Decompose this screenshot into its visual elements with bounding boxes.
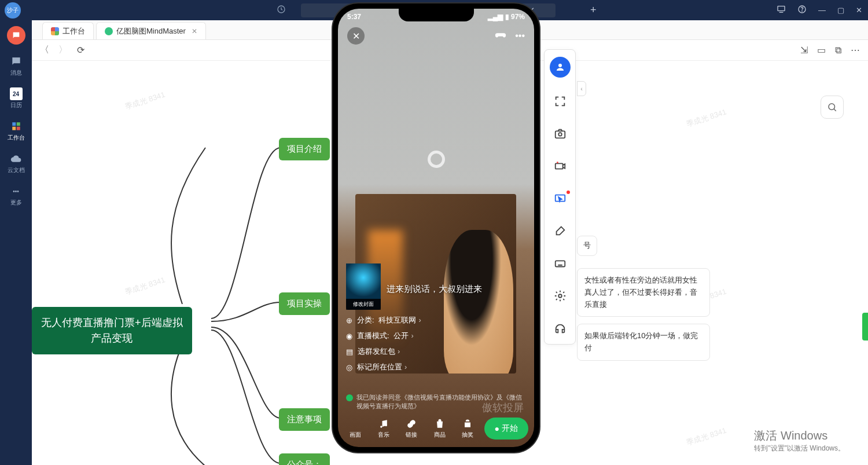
svg-rect-16: [555, 261, 565, 266]
win-close[interactable]: ✕: [856, 6, 862, 14]
sidebar-item-docs[interactable]: 云文档: [8, 152, 25, 174]
windows-activation-notice: 激活 Windows 转到"设置"以激活 Windows。: [754, 428, 845, 453]
setting-mode[interactable]: ◉直播模式:公开: [346, 328, 526, 344]
sidebar-item-workspace[interactable]: 工作台: [8, 120, 25, 142]
pointer-icon[interactable]: [554, 192, 567, 207]
mindmap-node[interactable]: 项目实操: [279, 292, 330, 315]
mindmap-connectors: [32, 61, 379, 465]
game-icon[interactable]: [494, 28, 507, 43]
svg-rect-2: [778, 6, 785, 10]
app-logo: 沙子: [5, 2, 21, 19]
sidebar-label: 工作台: [8, 134, 25, 142]
watermark: 季成光 8341: [685, 425, 728, 448]
calendar-icon: 24: [10, 87, 23, 100]
svg-point-4: [802, 10, 803, 11]
setting-category[interactable]: ⊕分类:科技互联网: [346, 313, 526, 328]
svg-rect-6: [16, 122, 20, 126]
start-live-button[interactable]: ● 开始: [484, 418, 528, 440]
winact-title: 激活 Windows: [754, 428, 845, 444]
live-settings-list: ⊕分类:科技互联网 ◉直播模式:公开 ▤选群发红包 ◎标记所在位置: [346, 313, 526, 375]
phone-bottom-bar: 画面 音乐 链接 商品 抽奖 ● 开始: [338, 415, 534, 442]
more-icon: •••: [10, 185, 23, 197]
fullscreen-icon[interactable]: [554, 95, 567, 110]
phone-mockup: 5:37 ▂▄▆ ▮ 97% ✕ ••• 修改封面 进来别说话，大叔别进来 ⊕分…: [333, 3, 539, 452]
svg-rect-7: [12, 127, 16, 130]
svg-point-19: [385, 424, 387, 426]
mindmap-root-node[interactable]: 无人付费直播撸门票+后端虚拟 产品变现: [32, 307, 192, 354]
sidebar-item-more[interactable]: ••• 更多: [10, 185, 23, 207]
tab-mindmaster[interactable]: 亿图脑图MindMaster ✕: [96, 22, 206, 39]
bottom-item-goods[interactable]: 商品: [428, 418, 452, 439]
history-icon[interactable]: [277, 5, 286, 16]
settings-icon[interactable]: [554, 290, 567, 305]
bottom-item-lottery[interactable]: 抽奖: [456, 418, 480, 439]
watermark: 季成光 8341: [124, 274, 167, 297]
collapse-toolbar-icon[interactable]: ‹: [577, 81, 586, 96]
edge-indicator: [862, 313, 868, 340]
tool-icon-1[interactable]: ⇲: [800, 45, 808, 56]
tool-more-icon[interactable]: ⋯: [851, 45, 860, 56]
svg-point-12: [558, 133, 562, 136]
svg-point-18: [380, 426, 382, 427]
phone-time: 5:37: [347, 13, 361, 21]
keyboard-icon[interactable]: [554, 257, 567, 272]
screenshot-icon[interactable]: [554, 127, 567, 142]
svg-rect-5: [12, 122, 16, 126]
bottom-item-music[interactable]: 音乐: [372, 418, 396, 439]
sidebar-label: 日历: [10, 101, 22, 109]
svg-rect-13: [555, 163, 562, 169]
svg-point-17: [558, 294, 562, 298]
sidebar-label: 云文档: [8, 166, 25, 174]
cover-thumbnail[interactable]: 修改封面: [346, 263, 381, 310]
cast-icon[interactable]: [777, 5, 786, 16]
profile-button[interactable]: [550, 57, 571, 78]
sidebar-label: 消息: [10, 69, 22, 77]
nav-forward-icon[interactable]: 〉: [58, 44, 68, 56]
cover-label: 修改封面: [346, 299, 381, 310]
tool-icon-2[interactable]: ▭: [817, 45, 826, 56]
svg-point-10: [558, 64, 562, 67]
new-tab-button[interactable]: +: [590, 4, 597, 16]
winact-sub: 转到"设置"以激活 Windows。: [754, 444, 845, 453]
window-controls: — ▢ ✕: [777, 5, 862, 16]
agreement-text[interactable]: 我已阅读并同意《微信视频号直播功能使用协议》及《微信视频号直播行为规范》: [346, 393, 526, 412]
svg-rect-8: [16, 127, 20, 130]
mindmap-node[interactable]: 注意事项: [279, 408, 330, 431]
watermark: 季成光 8341: [124, 89, 167, 112]
agreement-checkbox[interactable]: [346, 394, 353, 401]
tab-icon: [105, 27, 113, 35]
tab-workspace[interactable]: 工作台: [42, 22, 94, 39]
win-maximize[interactable]: ▢: [837, 6, 844, 14]
nav-back-icon[interactable]: 〈: [40, 44, 49, 56]
win-minimize[interactable]: —: [818, 6, 826, 14]
phone-notch: [399, 9, 474, 21]
phone-close-button[interactable]: ✕: [347, 27, 365, 45]
avatar[interactable]: [7, 26, 25, 45]
help-icon[interactable]: [797, 5, 807, 16]
phone-header: ✕ •••: [338, 27, 534, 45]
mindmap-node[interactable]: 公众号：: [279, 453, 330, 465]
reload-icon[interactable]: ⟳: [77, 45, 84, 56]
mindmap-node[interactable]: 项目介绍: [279, 138, 330, 160]
setting-location[interactable]: ◎标记所在位置: [346, 360, 526, 375]
grid-icon: [10, 120, 23, 133]
brush-icon[interactable]: [554, 225, 567, 240]
tab-close-icon[interactable]: ✕: [192, 27, 197, 35]
setting-redpacket[interactable]: ▤选群发红包: [346, 344, 526, 360]
phone-battery: ▂▄▆ ▮ 97%: [488, 13, 525, 21]
tool-icon-3[interactable]: ⧉: [835, 45, 841, 56]
sidebar-item-messages[interactable]: 消息: [10, 55, 23, 77]
headset-icon[interactable]: [554, 322, 567, 337]
record-icon[interactable]: [554, 160, 567, 175]
svg-rect-11: [555, 131, 565, 138]
sidebar-item-calendar[interactable]: 24 日历: [10, 87, 23, 109]
floating-search-button[interactable]: [821, 96, 844, 119]
chat-bubble: 女性或者有性在旁边的话就用女性真人过了，但不过要长得好看，音乐直接: [577, 268, 710, 317]
watermark: 季成光 8341: [685, 107, 728, 129]
bottom-item-frame[interactable]: 画面: [344, 418, 367, 439]
live-title-input[interactable]: 进来别说话，大叔别进来: [387, 284, 482, 295]
cast-toolbar: [544, 49, 576, 345]
phone-more-icon[interactable]: •••: [515, 31, 525, 41]
bottom-item-link[interactable]: 链接: [400, 418, 424, 439]
svg-point-14: [557, 162, 558, 163]
